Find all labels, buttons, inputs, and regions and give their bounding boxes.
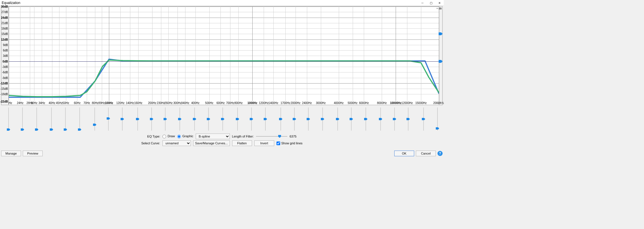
right-marker-top[interactable] <box>439 32 443 35</box>
select-curve[interactable]: unnamed <box>162 140 191 146</box>
band-slider[interactable] <box>364 106 368 132</box>
band-slider[interactable] <box>93 106 97 132</box>
band-slider[interactable] <box>321 106 325 132</box>
x-tick-label: 10000Hz <box>390 101 401 105</box>
band-slider[interactable] <box>150 106 154 132</box>
y-tick-label: 24dB <box>1 16 8 19</box>
slider-thumb-icon[interactable] <box>21 128 24 131</box>
plot-area[interactable] <box>9 7 439 101</box>
band-slider[interactable] <box>78 106 82 132</box>
ok-button[interactable]: OK <box>394 151 414 156</box>
slider-thumb-icon[interactable] <box>236 118 239 120</box>
band-slider[interactable] <box>120 106 124 132</box>
band-slider[interactable] <box>263 106 267 132</box>
slider-thumb-icon[interactable] <box>121 118 124 120</box>
help-icon[interactable]: ? <box>437 151 443 156</box>
length-slider[interactable] <box>256 134 287 139</box>
target-curve <box>9 59 439 97</box>
preview-button[interactable]: Preview <box>23 151 43 156</box>
save-manage-curves-button[interactable]: Save/Manage Curves... <box>193 140 230 146</box>
band-slider[interactable] <box>35 106 39 132</box>
slider-thumb-icon[interactable] <box>93 124 96 126</box>
band-slider[interactable] <box>435 106 439 132</box>
x-tick-label: 800Hz <box>234 101 243 105</box>
slider-thumb-icon[interactable] <box>7 128 10 131</box>
y-tick-label: 3dB <box>3 54 8 57</box>
band-slider[interactable] <box>136 106 140 132</box>
slider-thumb-icon[interactable] <box>78 128 81 131</box>
band-slider[interactable] <box>422 106 426 132</box>
band-slider[interactable] <box>349 106 353 132</box>
band-slider[interactable] <box>236 106 240 132</box>
slider-thumb-icon[interactable] <box>193 118 196 120</box>
band-slider[interactable] <box>221 106 225 132</box>
y-tick-label: 27dB <box>1 11 8 14</box>
right-axis[interactable]: + dB - dB <box>439 7 442 105</box>
right-marker-zero[interactable] <box>439 60 443 63</box>
slider-thumb-icon[interactable] <box>50 128 53 131</box>
x-tick-label: 30Hz <box>31 101 37 105</box>
eq-type-draw[interactable]: Draw <box>162 134 175 138</box>
slider-thumb-icon[interactable] <box>164 118 167 120</box>
slider-thumb-icon[interactable] <box>406 118 410 120</box>
show-grid-checkbox[interactable]: Show grid lines <box>276 141 303 145</box>
band-slider[interactable] <box>406 106 410 132</box>
band-slider[interactable] <box>106 106 110 132</box>
slider-thumb-icon[interactable] <box>422 118 425 120</box>
invert-button[interactable]: Invert <box>254 140 274 146</box>
cancel-button[interactable]: Cancel <box>416 151 436 156</box>
band-slider[interactable] <box>379 106 383 132</box>
slider-thumb-icon[interactable] <box>150 118 153 120</box>
band-slider[interactable] <box>336 106 340 132</box>
minimize-icon[interactable]: ─ <box>418 0 427 6</box>
band-slider[interactable] <box>20 106 24 132</box>
close-icon[interactable]: ✕ <box>435 0 444 6</box>
slider-thumb-icon[interactable] <box>321 118 324 120</box>
slider-thumb-icon[interactable] <box>436 127 439 130</box>
slider-thumb-icon[interactable] <box>264 118 267 120</box>
y-tick-label: -18dB <box>0 93 8 96</box>
band-slider[interactable] <box>163 106 167 132</box>
eq-type-draw-radio[interactable] <box>162 135 166 138</box>
band-slider[interactable] <box>178 106 182 132</box>
slider-thumb-icon[interactable] <box>350 118 353 120</box>
slider-thumb-icon[interactable] <box>250 118 253 120</box>
slider-thumb-icon[interactable] <box>136 118 139 120</box>
slider-thumb-icon[interactable] <box>221 118 224 120</box>
band-slider[interactable] <box>49 106 53 132</box>
manage-button[interactable]: Manage <box>1 151 21 156</box>
x-tick-label: 1000Hz <box>247 101 257 105</box>
band-slider[interactable] <box>279 106 283 132</box>
band-slider[interactable] <box>207 106 210 132</box>
y-tick-label: 21dB <box>1 21 8 24</box>
slider-thumb-icon[interactable] <box>379 118 382 120</box>
slider-thumb-icon[interactable] <box>279 118 282 120</box>
slider-thumb-icon[interactable] <box>293 118 296 120</box>
show-grid-input[interactable] <box>276 141 280 145</box>
maximize-icon[interactable]: ▢ <box>427 0 435 6</box>
band-slider[interactable] <box>63 106 67 132</box>
x-tick-label: 2000Hz <box>291 101 300 105</box>
y-tick-label: -22dB <box>0 100 8 103</box>
x-tick-label: 4000Hz <box>334 101 343 105</box>
slider-thumb-icon[interactable] <box>364 118 368 120</box>
band-slider[interactable] <box>306 106 310 132</box>
band-slider[interactable] <box>7 106 11 132</box>
interp-select[interactable]: B-splineLinearCosineCubic <box>196 134 230 139</box>
eq-type-graphic[interactable]: Graphic <box>177 134 193 138</box>
slider-thumb-icon[interactable] <box>35 128 38 131</box>
slider-thumb-icon[interactable] <box>207 118 210 120</box>
flatten-button[interactable]: Flatten <box>232 140 252 146</box>
eq-type-graphic-radio[interactable] <box>177 135 181 138</box>
slider-thumb-icon[interactable] <box>178 118 181 120</box>
slider-thumb-icon[interactable] <box>107 117 110 120</box>
slider-thumb-icon[interactable] <box>307 118 310 120</box>
band-slider[interactable] <box>292 106 296 132</box>
slider-thumb-icon[interactable] <box>336 118 339 120</box>
band-slider[interactable] <box>249 106 253 132</box>
band-slider[interactable] <box>393 106 397 132</box>
band-slider[interactable] <box>193 106 197 132</box>
eq-chart[interactable]: 30dB27dB24dB21dB18dB15dB12dB9dB6dB3dB0dB… <box>1 6 443 105</box>
slider-thumb-icon[interactable] <box>64 128 67 131</box>
slider-thumb-icon[interactable] <box>393 118 396 120</box>
